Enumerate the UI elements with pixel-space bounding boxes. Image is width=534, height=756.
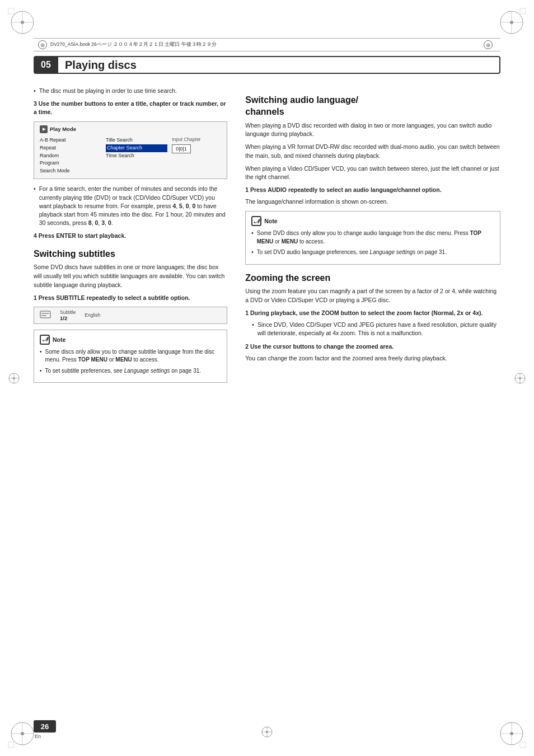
step1-audio-body: The language/channel information is show… bbox=[245, 198, 500, 206]
bullet-time-search-note: The disc must be playing in order to use… bbox=[34, 87, 227, 95]
note-icon-1: 𝒩 bbox=[40, 335, 50, 345]
dialog-col-2: Title Search Chapter Search Time Search bbox=[106, 137, 167, 176]
bottom-center-reg-mark bbox=[261, 726, 273, 739]
dialog-item-program: Program bbox=[40, 159, 101, 167]
file-info-text: DV270_ASIA.book 26ページ ２００４年２月２１日 土曜日 午後３… bbox=[50, 41, 217, 48]
note-title-2: 𝒩 Note bbox=[251, 216, 494, 226]
dialog-item-ab-repeat: A-B Repeat bbox=[40, 137, 101, 144]
dialog-icon: ▶ bbox=[40, 125, 48, 133]
note-box-subtitles: 𝒩 Note Some discs only allow you to chan… bbox=[34, 330, 227, 383]
switching-subtitles-body: Some DVD discs have subtitles in one or … bbox=[34, 263, 227, 289]
dialog-col-1: A-B Repeat Repeat Random Program Search … bbox=[40, 137, 101, 176]
step2-zoom-body: You can change the zoom factor and the z… bbox=[245, 354, 500, 363]
zooming-body-1: Using the zoom feature you can magnify a… bbox=[245, 287, 500, 305]
subtitle-language: English bbox=[85, 312, 100, 318]
audio-body-3: When playing a Video CD/Super VCD, you c… bbox=[245, 165, 500, 182]
subtitle-label-group: Subtitle 1/2 bbox=[60, 309, 76, 321]
chapter-header: 05 Playing discs bbox=[34, 56, 500, 74]
switching-subtitles-heading: Switching subtitles bbox=[34, 248, 227, 260]
left-column: The disc must be playing in order to use… bbox=[34, 87, 229, 711]
step1-audio-label: 1 Press AUDIO repeatedly to select an au… bbox=[245, 186, 500, 194]
input-chapter-label: Input Chapter bbox=[172, 137, 221, 142]
dialog-item-random: Random bbox=[40, 152, 101, 160]
note1-bullet-1: Some discs only allow you to change subt… bbox=[40, 348, 221, 364]
step1-zoom-label: 1 During playback, use the ZOOM button t… bbox=[245, 309, 500, 317]
step1-subtitle-label: 1 Press SUBTITLE repeatedly to select a … bbox=[34, 294, 227, 302]
chapter-number: 05 bbox=[34, 56, 58, 74]
step4-label: 4 Press ENTER to start playback. bbox=[34, 232, 227, 240]
right-registration-mark bbox=[514, 372, 526, 384]
svg-rect-4 bbox=[8, 8, 14, 14]
svg-rect-28 bbox=[40, 311, 50, 318]
page-language: En bbox=[35, 734, 41, 739]
dialog-col-3: Input Chapter 0|0|1 bbox=[172, 137, 221, 176]
play-mode-dialog: ▶ Play Mode A-B Repeat Repeat Random Pro… bbox=[34, 121, 227, 180]
dialog-item-search-mode: Search Mode bbox=[40, 167, 101, 175]
corner-decoration-tl bbox=[6, 6, 39, 39]
file-info-bar: ⊕ DV270_ASIA.book 26ページ ２００４年２月２１日 土曜日 午… bbox=[34, 38, 500, 51]
svg-rect-9 bbox=[520, 8, 526, 14]
corner-decoration-tr bbox=[495, 6, 528, 39]
bullet-time-search-example: For a time search, enter the number of m… bbox=[34, 185, 227, 227]
note2-bullet-1: Some DVD discs only allow you to change … bbox=[251, 229, 494, 246]
registration-mark-left: ⊕ bbox=[38, 40, 47, 49]
dialog-columns: A-B Repeat Repeat Random Program Search … bbox=[40, 137, 221, 176]
chapter-title-box: Playing discs bbox=[58, 56, 500, 74]
registration-mark-right: ⊕ bbox=[484, 40, 493, 49]
dialog-item-time-search: Time Search bbox=[106, 152, 167, 160]
dialog-item-title-search: Title Search bbox=[106, 137, 167, 144]
step2-zoom-label: 2 Use the cursor buttons to change the z… bbox=[245, 342, 500, 351]
svg-rect-19 bbox=[520, 742, 526, 748]
audio-body-1: When playing a DVD disc recorded with di… bbox=[245, 121, 500, 139]
note2-bullet-2: To set DVD audio language preferences, s… bbox=[251, 248, 494, 257]
dialog-item-repeat: Repeat bbox=[40, 144, 101, 152]
note-icon-2: 𝒩 bbox=[251, 216, 261, 226]
zoom-bullet: Since DVD, Video CD/Super VCD and JPEG p… bbox=[252, 321, 500, 337]
page-footer: 26 En bbox=[34, 720, 56, 739]
svg-rect-14 bbox=[8, 742, 14, 748]
dialog-item-chapter-search: Chapter Search bbox=[106, 144, 167, 152]
note-box-audio: 𝒩 Note Some DVD discs only allow you to … bbox=[245, 211, 500, 265]
audio-body-2: When playing a VR format DVD-RW disc rec… bbox=[245, 143, 500, 161]
zooming-heading: Zooming the screen bbox=[245, 273, 500, 284]
right-column: Switching audio language/channels When p… bbox=[245, 87, 500, 711]
left-registration-mark bbox=[8, 372, 20, 384]
note1-bullet-2: To set subtitle preferences, see Languag… bbox=[40, 367, 221, 375]
main-content: The disc must be playing in order to use… bbox=[34, 87, 500, 711]
dialog-title: ▶ Play Mode bbox=[40, 125, 221, 133]
corner-decoration-br bbox=[495, 717, 528, 750]
note-title-1: 𝒩 Note bbox=[40, 335, 221, 345]
page-number: 26 bbox=[34, 720, 56, 732]
subtitle-value: 1/2 bbox=[60, 315, 76, 321]
switching-audio-heading: Switching audio language/channels bbox=[245, 95, 500, 118]
subtitle-icon bbox=[40, 311, 51, 320]
input-chapter-value: 0|0|1 bbox=[172, 144, 191, 153]
chapter-title: Playing discs bbox=[65, 59, 137, 72]
subtitle-display: Subtitle 1/2 English bbox=[34, 307, 227, 324]
step3-label: 3 Use the number buttons to enter a titl… bbox=[34, 100, 227, 116]
subtitle-label: Subtitle bbox=[60, 309, 76, 315]
